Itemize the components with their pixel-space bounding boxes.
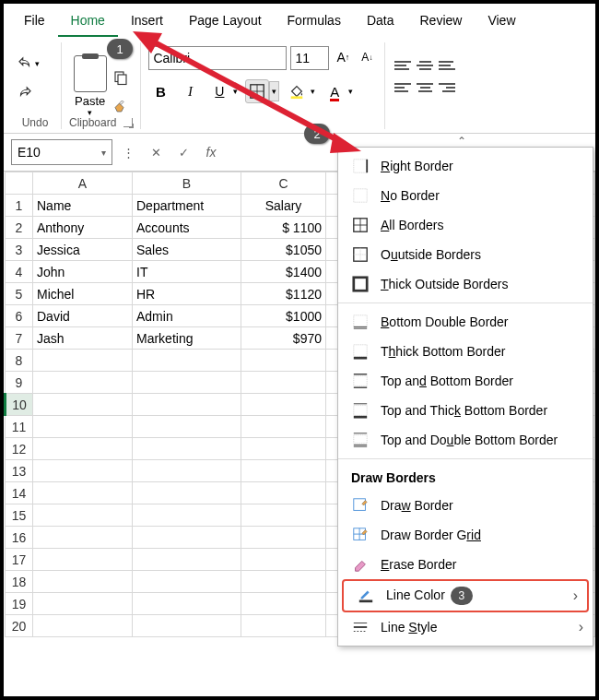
row-header[interactable]: 7: [6, 327, 33, 350]
cell[interactable]: [133, 416, 241, 438]
grow-font-button[interactable]: A↑: [333, 46, 353, 68]
cell[interactable]: IT: [133, 261, 241, 283]
cancel-formula-button[interactable]: ✕: [144, 141, 168, 163]
bold-button[interactable]: B: [148, 79, 172, 103]
cell[interactable]: $1000: [241, 305, 326, 327]
cell[interactable]: [133, 593, 241, 615]
row-header[interactable]: 9: [6, 372, 33, 394]
row-header[interactable]: 11: [6, 416, 33, 438]
collapse-ribbon-caret[interactable]: ⌃: [457, 135, 466, 148]
row-header[interactable]: 5: [6, 283, 33, 305]
row-header[interactable]: 1: [6, 195, 33, 217]
cell[interactable]: [133, 460, 241, 482]
enter-formula-button[interactable]: ✓: [171, 141, 195, 163]
menu-line-color[interactable]: Line Color3: [342, 579, 589, 612]
cell[interactable]: [133, 571, 241, 593]
menu-draw-border-grid[interactable]: Draw Border Grid: [338, 520, 593, 550]
cell[interactable]: [241, 460, 326, 482]
row-header[interactable]: 8: [6, 350, 33, 372]
tab-data[interactable]: Data: [354, 7, 407, 37]
menu-line-style[interactable]: Line Style: [338, 612, 593, 642]
cell[interactable]: [33, 549, 133, 571]
cell[interactable]: [133, 504, 241, 527]
cell[interactable]: Name: [33, 195, 133, 217]
cell[interactable]: Salary: [241, 195, 326, 217]
cell[interactable]: [133, 527, 241, 549]
menu-erase-border[interactable]: Erase Border: [338, 550, 593, 579]
shrink-font-button[interactable]: A↓: [357, 46, 377, 68]
menu-no-border[interactable]: No Border: [338, 181, 593, 210]
insert-function-button[interactable]: fx: [199, 141, 223, 163]
cell[interactable]: [133, 350, 241, 372]
align-middle-button[interactable]: [415, 59, 435, 76]
row-header[interactable]: 10: [6, 394, 33, 416]
align-bottom-button[interactable]: [437, 59, 457, 76]
cell[interactable]: $1050: [241, 239, 326, 261]
font-size-select[interactable]: [290, 46, 329, 70]
copy-button[interactable]: [112, 69, 129, 89]
cell[interactable]: [133, 549, 241, 571]
cell[interactable]: $ 1100: [241, 217, 326, 239]
cell[interactable]: $1120: [241, 283, 326, 305]
fill-color-button[interactable]: [285, 79, 309, 103]
cell[interactable]: [33, 416, 133, 438]
menu-right-border[interactable]: Right Border: [338, 151, 593, 181]
cell[interactable]: Department: [133, 195, 241, 217]
cell[interactable]: $970: [241, 327, 326, 350]
tab-review[interactable]: Review: [407, 7, 476, 37]
cell[interactable]: [241, 350, 326, 372]
cell[interactable]: [133, 394, 241, 416]
menu-top-bottom-border[interactable]: Top and Bottom Border: [338, 366, 593, 396]
cell[interactable]: [33, 593, 133, 615]
row-header[interactable]: 17: [6, 549, 33, 571]
borders-button[interactable]: [245, 79, 269, 103]
cell[interactable]: [133, 482, 241, 504]
row-header[interactable]: 2: [6, 217, 33, 239]
menu-all-borders[interactable]: All Borders: [338, 210, 593, 240]
cell[interactable]: HR: [133, 283, 241, 305]
menu-outside-borders[interactable]: Ouutside Borders: [338, 240, 593, 269]
cell[interactable]: John: [33, 261, 133, 283]
tab-home[interactable]: Home: [58, 7, 118, 37]
menu-top-double-bottom-border[interactable]: Top and Double Bottom Border: [338, 425, 593, 455]
cell[interactable]: [33, 504, 133, 527]
tab-insert[interactable]: Insert: [118, 7, 176, 37]
cell[interactable]: [241, 394, 326, 416]
cell[interactable]: [133, 615, 241, 637]
menu-top-thick-bottom-border[interactable]: Top and Thick Bottom Border: [338, 396, 593, 425]
menu-draw-border[interactable]: Draw Border: [338, 491, 593, 520]
cell[interactable]: [33, 372, 133, 394]
cell[interactable]: [241, 615, 326, 637]
tab-formulas[interactable]: Formulas: [275, 7, 354, 37]
cell[interactable]: Michel: [33, 283, 133, 305]
cell[interactable]: [33, 394, 133, 416]
cell[interactable]: [241, 549, 326, 571]
row-header[interactable]: 4: [6, 261, 33, 283]
cell[interactable]: David: [33, 305, 133, 327]
tab-view[interactable]: View: [475, 7, 528, 37]
cell[interactable]: [241, 372, 326, 394]
col-header-b[interactable]: B: [133, 172, 241, 195]
cell[interactable]: [33, 482, 133, 504]
underline-dropdown[interactable]: ▾: [231, 87, 240, 96]
undo-button[interactable]: ▾: [17, 52, 53, 76]
row-header[interactable]: 14: [6, 482, 33, 504]
align-right-button[interactable]: [437, 81, 457, 98]
row-header[interactable]: 19: [6, 593, 33, 615]
cell[interactable]: [241, 482, 326, 504]
cell[interactable]: Jessica: [33, 239, 133, 261]
cell[interactable]: [33, 527, 133, 549]
align-center-button[interactable]: [415, 81, 435, 98]
font-name-select[interactable]: [148, 46, 287, 70]
cell[interactable]: Anthony: [33, 217, 133, 239]
cell[interactable]: [33, 615, 133, 637]
cell[interactable]: [33, 571, 133, 593]
borders-dropdown[interactable]: ▾: [269, 81, 279, 101]
fill-color-dropdown[interactable]: ▾: [309, 87, 317, 96]
col-header-a[interactable]: A: [33, 172, 133, 195]
row-header[interactable]: 6: [6, 305, 33, 327]
cell[interactable]: [241, 504, 326, 527]
tab-file[interactable]: File: [11, 7, 58, 37]
row-header[interactable]: 15: [6, 504, 33, 527]
row-header[interactable]: 13: [6, 460, 33, 482]
